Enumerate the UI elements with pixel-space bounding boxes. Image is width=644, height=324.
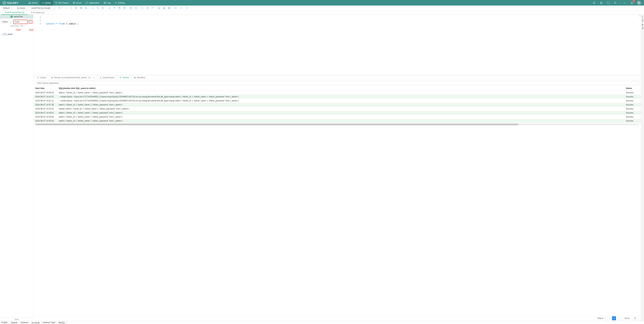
upload-button[interactable] bbox=[112, 6, 117, 10]
filter-input[interactable] bbox=[14, 20, 27, 24]
history-time: 2024-06-07 14:37:35 bbox=[34, 103, 57, 107]
download-button[interactable] bbox=[107, 6, 112, 10]
nav-application[interactable]: Application bbox=[84, 0, 102, 6]
pagination-goto-input[interactable] bbox=[632, 316, 638, 320]
history-row[interactable]: 2024-06-07 14:45:19select t.`Admin_id`,t… bbox=[34, 91, 641, 95]
right-rail-file[interactable]: ▤ File bbox=[642, 24, 644, 29]
rollback-button[interactable] bbox=[95, 6, 100, 10]
history-time: 2024-06-07 14:30:43 bbox=[34, 119, 57, 123]
fullscreen-icon[interactable] bbox=[606, 1, 611, 5]
font-size-icon[interactable]: TT bbox=[622, 1, 627, 5]
query-tab-1[interactable]: R-W-sqldev-[2] bbox=[28, 11, 48, 15]
current-db-header[interactable]: ownerTest bbox=[0, 15, 33, 19]
search-icon[interactable] bbox=[613, 1, 618, 5]
run-button[interactable] bbox=[74, 6, 79, 10]
print-button[interactable] bbox=[162, 6, 167, 10]
tab-history[interactable]: History bbox=[117, 75, 131, 80]
list-button[interactable] bbox=[178, 6, 183, 10]
magic-button[interactable] bbox=[150, 6, 155, 10]
history-sql[interactable]: select t.`Admin_id`,t.`Admin_name`,t.`Ad… bbox=[57, 91, 624, 95]
tab-output-label: Output bbox=[40, 76, 46, 79]
new-tab-button[interactable] bbox=[68, 6, 74, 10]
format-button[interactable] bbox=[140, 6, 145, 10]
history-row[interactable]: 2024-06-07 14:41:37-- mode=Query - Async… bbox=[34, 95, 641, 99]
tree-item-label: t_book bbox=[6, 33, 12, 36]
notification-icon[interactable]: 2 bbox=[630, 1, 634, 5]
new-tab-orange-button[interactable] bbox=[64, 6, 68, 10]
history-filter-input[interactable] bbox=[35, 81, 639, 85]
history-status: Success bbox=[624, 91, 641, 95]
history-sql[interactable]: -- mode=Query - Async,id=17177422540552_… bbox=[57, 99, 624, 103]
open-folder-button[interactable] bbox=[173, 6, 178, 10]
pagination-prev[interactable]: ‹ bbox=[606, 316, 610, 320]
tab-results[interactable]: Results zy-mysql/ownerTest/t_admin（1）✕ bbox=[49, 75, 97, 80]
commit-button[interactable] bbox=[90, 6, 95, 10]
nav-setting[interactable]: Setting bbox=[112, 0, 126, 6]
pagination-page-1[interactable]: 1 bbox=[612, 316, 616, 320]
pagination-next[interactable]: › bbox=[618, 316, 622, 320]
lock-icon[interactable] bbox=[599, 1, 604, 5]
history-sql[interactable]: select t.`Admin_id`,t.`Admin_name`,t.`Ad… bbox=[57, 119, 624, 123]
pagination-total: Total 8 bbox=[597, 317, 603, 319]
history-sql[interactable]: select t.`Admin_id`,t.`Admin_name`,t.`Ad… bbox=[57, 103, 624, 107]
user-avatar[interactable]: S bbox=[636, 1, 641, 5]
nav-home[interactable]: Home bbox=[26, 0, 40, 6]
save-file-button[interactable] bbox=[117, 6, 122, 10]
col-start-time[interactable]: Start time bbox=[34, 86, 57, 91]
code-line-1 bbox=[44, 19, 45, 22]
nav-asset[interactable]: Asset bbox=[70, 0, 84, 6]
favorite-button[interactable] bbox=[157, 6, 162, 10]
schema-select[interactable]: ownerTest [zy-mysql] bbox=[30, 6, 55, 10]
nav-query[interactable]: Query bbox=[40, 0, 53, 6]
col-sql[interactable]: SQL(double click SQL, paste to editor) bbox=[57, 86, 624, 91]
sql-editor[interactable]: 1 2 3 select * from t_admin ; bbox=[34, 15, 641, 75]
schema-select-value: ownerTest [zy-mysql] bbox=[31, 7, 50, 9]
tree-row-t_book[interactable]: t_book bbox=[1, 33, 32, 36]
right-rail-info[interactable]: ℹ Info bbox=[642, 16, 644, 22]
refresh-connection-button[interactable] bbox=[57, 6, 62, 10]
object-type-select[interactable]: Tables bbox=[1, 20, 12, 24]
history-row[interactable]: 2024-06-07 14:30:43select t.`Admin_id`,t… bbox=[34, 119, 641, 123]
query-tab-0[interactable]: R-W-M-ownerTest-[1] bbox=[2, 11, 28, 15]
explain-button[interactable] bbox=[84, 6, 89, 10]
right-rail-file-label: File bbox=[642, 26, 644, 29]
second-bar: Default zy-mysql ownerTest [zy-mysql] bbox=[0, 6, 644, 11]
brand-logo[interactable]: S SQLDEV bbox=[1, 1, 20, 5]
history-horizontal-scrollbar[interactable] bbox=[35, 124, 639, 125]
copy-button[interactable] bbox=[167, 6, 172, 10]
tab-output[interactable]: Output bbox=[34, 75, 49, 80]
history-row[interactable]: 2024-06-07 14:30:45select t.`Admin_id`,t… bbox=[34, 115, 641, 119]
filter-annotation: Filter bbox=[16, 29, 21, 31]
editor-code[interactable]: select * from t_admin ; bbox=[42, 15, 641, 75]
history-row[interactable]: 2024-06-07 14:37:35select t.`Admin_id`,t… bbox=[34, 103, 641, 107]
history-sql[interactable]: select t.`Admin_id`,t.`Admin_name`,t.`Ad… bbox=[57, 111, 624, 115]
history-row[interactable]: 2024-06-07 14:30:47select t.`Admin_id`,t… bbox=[34, 111, 641, 115]
tab-workflow[interactable]: Workflow bbox=[131, 75, 148, 80]
tools-button[interactable] bbox=[185, 6, 190, 10]
history-row[interactable]: 2024-06-07 14:41:11-- mode=Query - Async… bbox=[34, 99, 641, 103]
clear-button[interactable] bbox=[145, 6, 150, 10]
tab-export[interactable]: Export/Async bbox=[97, 75, 117, 80]
nav-log[interactable]: Log bbox=[102, 0, 112, 6]
history-row[interactable]: 2024-06-07 14:31:51explain select t.`Adm… bbox=[34, 107, 641, 111]
svg-rect-3 bbox=[56, 2, 57, 2]
refresh-button[interactable] bbox=[29, 21, 32, 23]
minimap[interactable] bbox=[639, 15, 641, 17]
query-tab-label: R-W-sqldev-[2] bbox=[31, 12, 44, 14]
stop-button[interactable] bbox=[79, 6, 84, 10]
nav-myproject[interactable]: My Project bbox=[53, 0, 70, 6]
col-status[interactable]: Status bbox=[624, 86, 641, 91]
ai-icon[interactable] bbox=[592, 1, 596, 5]
project-select[interactable]: Default bbox=[2, 6, 14, 10]
results-close-icon[interactable]: ✕ bbox=[93, 76, 94, 79]
status-sep: | bbox=[66, 321, 67, 324]
editor-gutter: 1 2 3 bbox=[34, 15, 42, 75]
history-back-button[interactable] bbox=[100, 6, 105, 10]
history-sql[interactable]: explain select t.`Admin_id`,t.`Admin_nam… bbox=[57, 107, 624, 111]
history-sql[interactable]: -- mode=Query - Async,id=17177422540552_… bbox=[57, 95, 624, 99]
instance-select[interactable]: zy-mysql bbox=[16, 6, 28, 10]
snapshot-button[interactable] bbox=[122, 6, 127, 10]
history-sql[interactable]: select t.`Admin_id`,t.`Admin_name`,t.`Ad… bbox=[57, 115, 624, 119]
excel-button[interactable] bbox=[128, 6, 134, 10]
script-add-button[interactable] bbox=[134, 6, 138, 10]
